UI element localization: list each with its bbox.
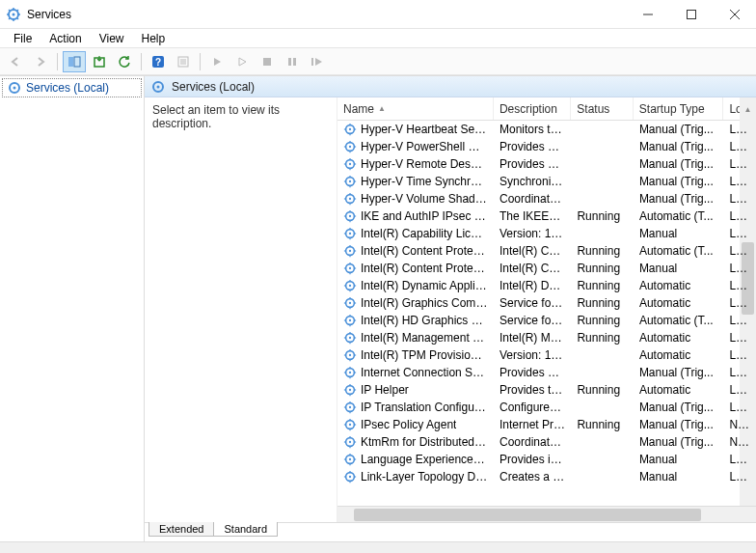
cell-startup-type: Manual [634, 453, 724, 466]
menu-file[interactable]: File [6, 31, 40, 46]
service-row[interactable]: IPsec Policy AgentInternet Pro...Running… [338, 416, 756, 433]
service-row[interactable]: IP Translation Configuration...Configure… [338, 399, 756, 416]
window-title: Services [27, 8, 626, 21]
cell-name: IPsec Policy Agent [338, 418, 494, 431]
service-row[interactable]: Intel(R) Graphics Command...Service for … [338, 294, 756, 312]
cell-startup-type: Manual (Trig... [634, 418, 724, 431]
cell-logon: Loca [723, 279, 756, 292]
svg-line-6 [9, 10, 11, 12]
properties-button[interactable] [172, 51, 195, 72]
svg-rect-14 [68, 57, 73, 67]
horizontal-scroll-thumb[interactable] [354, 509, 701, 521]
start-service-button[interactable] [205, 51, 229, 72]
service-row[interactable]: Language Experience ServiceProvides inf.… [338, 451, 756, 468]
forward-button[interactable] [29, 51, 52, 72]
svg-point-86 [349, 285, 351, 287]
svg-rect-26 [311, 58, 313, 66]
details-pane: Services (Local) Select an item to view … [145, 76, 756, 541]
cell-logon: Loca [723, 123, 756, 136]
restart-service-button[interactable] [306, 51, 329, 72]
cell-name: Intel(R) Content Protection ... [338, 244, 494, 258]
menu-bar: File Action View Help [0, 29, 756, 48]
show-hide-tree-button[interactable] [63, 51, 86, 72]
tree-root-services-local[interactable]: Services (Local) [2, 78, 142, 97]
menu-help[interactable]: Help [134, 31, 174, 46]
cell-logon: Loca [723, 453, 756, 466]
minimize-button[interactable] [626, 0, 669, 28]
column-header-name[interactable]: Name▲ [338, 97, 494, 120]
grid-body[interactable]: Hyper-V Heartbeat ServiceMonitors th...M… [338, 121, 756, 506]
cell-startup-type: Manual [634, 262, 724, 275]
title-bar: Services [0, 0, 756, 29]
stop-service-button[interactable] [256, 51, 279, 72]
back-button[interactable] [4, 51, 27, 72]
service-row[interactable]: Intel(R) HD Graphics Contro...Service fo… [338, 312, 756, 329]
cell-description: Provides a p... [494, 157, 571, 171]
service-row[interactable]: Intel(R) Content Protection ...Intel(R) … [338, 260, 756, 277]
content-row: Select an item to view its description. … [145, 97, 756, 522]
service-row[interactable]: Internet Connection Sharin...Provides ne… [338, 364, 756, 381]
cell-name: IP Helper [338, 383, 494, 397]
horizontal-scrollbar[interactable] [338, 506, 756, 522]
cell-description: Intel(R) Con... [494, 262, 571, 275]
description-column: Select an item to view its description. [145, 97, 338, 522]
pause-service-button[interactable] [281, 51, 304, 72]
cell-startup-type: Automatic (T... [634, 244, 724, 258]
tab-extended[interactable]: Extended [148, 522, 214, 537]
service-row[interactable]: IP HelperProvides tu...RunningAutomaticL… [338, 381, 756, 399]
close-button[interactable] [713, 0, 756, 28]
cell-name: Intel(R) TPM Provisioning S... [338, 348, 494, 362]
column-header-description[interactable]: Description [494, 97, 571, 120]
service-row[interactable]: Intel(R) Content Protection ...Intel(R) … [338, 242, 756, 260]
svg-point-152 [349, 476, 351, 478]
start-service-alt-button[interactable] [230, 51, 254, 72]
service-row[interactable]: Hyper-V PowerShell Direct ...Provides a … [338, 138, 756, 155]
service-row[interactable]: Intel(R) Management and S...Intel(R) Ma.… [338, 329, 756, 346]
cell-name: Intel(R) Content Protection ... [338, 262, 494, 275]
maximize-button[interactable] [669, 0, 713, 28]
svg-point-30 [157, 85, 160, 88]
cell-status: Running [571, 296, 633, 310]
menu-action[interactable]: Action [41, 31, 89, 46]
cell-status: Running [571, 418, 633, 431]
service-row[interactable]: Link-Layer Topology Discov...Creates a N… [338, 468, 756, 485]
export-list-button[interactable] [88, 51, 111, 72]
cell-description: Intel(R) Con... [494, 244, 571, 258]
cell-name: Hyper-V Heartbeat Service [338, 123, 494, 136]
svg-point-62 [349, 215, 351, 217]
cell-status: Running [571, 244, 633, 258]
service-row[interactable]: Hyper-V Time Synchronizati...Synchronize… [338, 173, 756, 190]
services-grid: Name▲ Description Status Startup Type Lo… [338, 97, 756, 522]
pane-header: Services (Local) [145, 76, 756, 97]
svg-rect-15 [74, 57, 80, 67]
service-row[interactable]: Hyper-V Remote Desktop Vi...Provides a p… [338, 155, 756, 173]
cell-description: Service for I... [494, 296, 571, 310]
service-row[interactable]: IKE and AuthIP IPsec Keying...The IKEEXT… [338, 207, 756, 225]
refresh-button[interactable] [113, 51, 136, 72]
service-row[interactable]: Intel(R) Dynamic Applicatio...Intel(R) D… [338, 277, 756, 294]
grid-header: Name▲ Description Status Startup Type Lo… [338, 97, 756, 121]
service-row[interactable]: Hyper-V Volume Shadow C...Coordinates...… [338, 190, 756, 207]
svg-point-44 [349, 163, 351, 165]
cell-description: The IKEEXT ... [494, 209, 571, 223]
tab-standard[interactable]: Standard [213, 522, 278, 537]
cell-description: Provides inf... [494, 453, 571, 466]
cell-logon: Loca [723, 331, 756, 345]
cell-logon: Loca [723, 470, 756, 484]
service-row[interactable]: KtmRm for Distributed Tran...Coordinates… [338, 433, 756, 451]
help-button[interactable]: ? [147, 51, 170, 72]
svg-point-56 [349, 198, 351, 200]
service-row[interactable]: Intel(R) TPM Provisioning S...Version: 1… [338, 346, 756, 364]
pane-heading: Services (Local) [172, 80, 255, 94]
service-row[interactable]: Intel(R) Capability Licensing...Version:… [338, 225, 756, 242]
cell-logon: Loca [723, 192, 756, 206]
column-header-startup-type[interactable]: Startup Type [634, 97, 724, 120]
column-header-status[interactable]: Status [571, 97, 634, 120]
svg-rect-23 [263, 58, 271, 66]
menu-view[interactable]: View [92, 31, 132, 46]
scroll-up-icon[interactable]: ▲ [740, 97, 756, 121]
service-row[interactable]: Hyper-V Heartbeat ServiceMonitors th...M… [338, 121, 756, 138]
svg-line-8 [9, 17, 11, 19]
cell-startup-type: Automatic [634, 348, 724, 362]
cell-startup-type: Manual (Trig... [634, 140, 724, 153]
